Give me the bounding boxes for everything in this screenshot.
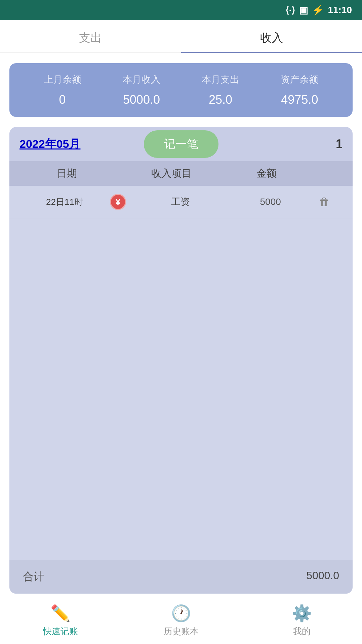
quick-record-icon: ✏️: [50, 604, 71, 623]
delete-icon[interactable]: 🗑: [319, 196, 330, 208]
sim-icon: ▣: [299, 5, 308, 16]
status-bar: ⟨·⟩ ▣ ⚡ 11:10: [0, 0, 362, 20]
record-count: 1: [336, 137, 343, 151]
history-icon: 🕐: [171, 604, 191, 623]
col-header-item: 收入项目: [115, 167, 229, 180]
total-value: 5000.0: [306, 569, 339, 584]
nav-label-mine: 我的: [293, 626, 311, 637]
yuan-icon: ¥: [110, 194, 126, 210]
col-header-date: 日期: [19, 167, 115, 180]
summary-col-income: 本月收入: [102, 73, 181, 93]
tab-expense[interactable]: 支出: [0, 20, 181, 52]
summary-val-expense: 25.0: [181, 93, 260, 107]
total-label: 合计: [23, 569, 44, 584]
battery-icon: ⚡: [312, 5, 324, 16]
row-amount: 5000: [234, 197, 306, 207]
nav-item-history[interactable]: 🕐 历史账本: [121, 604, 241, 637]
row-date: 22日11时: [19, 196, 110, 208]
summary-val-prev-balance: 0: [23, 93, 102, 107]
tab-bar: 支出 收入: [0, 20, 362, 53]
bottom-nav: ✏️ 快速记账 🕐 历史账本 ⚙️ 我的: [0, 597, 362, 644]
nav-label-quick: 快速记账: [43, 626, 78, 637]
summary-card: 上月余额 本月收入 本月支出 资产余额 0 5000.0 25.0 4975.0: [9, 63, 353, 117]
table-body: 22日11时 ¥ 工资 5000 🗑: [9, 186, 353, 560]
time-display: 11:10: [328, 5, 352, 15]
status-icons: ⟨·⟩ ▣ ⚡ 11:10: [285, 5, 352, 16]
col-header-amount: 金额: [229, 167, 305, 180]
add-record-button[interactable]: 记一笔: [144, 130, 218, 158]
summary-val-asset: 4975.0: [260, 93, 339, 107]
total-row: 合计 5000.0: [9, 560, 353, 594]
nav-label-history: 历史账本: [164, 626, 199, 637]
signal-icon: ⟨·⟩: [285, 5, 295, 16]
card-header: 2022年05月 记一笔 1: [9, 127, 353, 161]
row-action: 🗑: [307, 196, 343, 208]
summary-col-asset: 资产余额: [260, 73, 339, 93]
settings-icon: ⚙️: [292, 604, 312, 623]
col-header-action: [305, 167, 343, 180]
table-header: 日期 收入项目 金额: [9, 161, 353, 186]
summary-labels-row: 上月余额 本月收入 本月支出 资产余额: [23, 73, 339, 93]
summary-values-row: 0 5000.0 25.0 4975.0: [23, 93, 339, 107]
row-category-icon: ¥: [110, 194, 126, 210]
month-label[interactable]: 2022年05月: [19, 136, 80, 152]
summary-col-prev-balance: 上月余额: [23, 73, 102, 93]
summary-col-expense: 本月支出: [181, 73, 260, 93]
main-card: 2022年05月 记一笔 1 日期 收入项目 金额 22日11时 ¥ 工资 50…: [9, 127, 353, 594]
table-row: 22日11时 ¥ 工资 5000 🗑: [9, 186, 353, 218]
nav-item-quick[interactable]: ✏️ 快速记账: [0, 604, 121, 637]
nav-item-mine[interactable]: ⚙️ 我的: [241, 604, 362, 637]
summary-val-income: 5000.0: [102, 93, 181, 107]
tab-income[interactable]: 收入: [181, 20, 362, 52]
row-item: 工资: [126, 196, 235, 208]
